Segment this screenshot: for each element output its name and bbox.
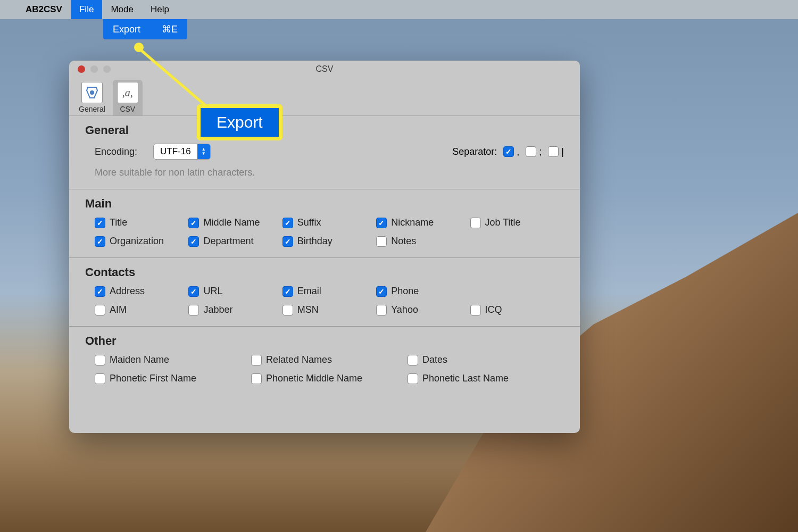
checkbox-msn[interactable]	[282, 305, 293, 315]
csv-icon: ,a,	[117, 82, 138, 103]
checkbox-label-suffix: Suffix	[297, 217, 321, 228]
checkbox-item-maiden-name: Maiden Name	[95, 354, 251, 365]
checkbox-label-title: Title	[110, 217, 127, 228]
file-menu-dropdown: Export ⌘E	[103, 19, 187, 39]
checkbox-label-msn: MSN	[297, 304, 319, 315]
section-main: Main TitleMiddle NameSuffixNicknameJob T…	[69, 189, 580, 258]
checkbox-label-phonetic-first-name: Phonetic First Name	[110, 373, 196, 384]
checkbox-item-title: Title	[95, 217, 188, 228]
checkbox-item-suffix: Suffix	[282, 217, 376, 228]
checkbox-label-maiden-name: Maiden Name	[110, 354, 169, 365]
checkbox-item-email: Email	[282, 286, 376, 297]
select-arrows-icon: ▲▼	[197, 144, 210, 160]
checkbox-notes[interactable]	[376, 236, 387, 247]
checkbox-title[interactable]	[95, 218, 105, 228]
section-title-main: Main	[85, 197, 564, 211]
menu-item-export-shortcut: ⌘E	[162, 23, 178, 35]
section-general: General Encoding: UTF-16 ▲▼ Separator: ,…	[69, 116, 580, 189]
checkbox-label-nickname: Nickname	[391, 217, 434, 228]
svg-point-1	[90, 90, 94, 95]
checkbox-label-address: Address	[110, 286, 145, 297]
menu-item-export[interactable]: Export	[113, 24, 140, 35]
checkbox-phonetic-first-name[interactable]	[95, 373, 105, 384]
checkbox-item-phonetic-middle-name: Phonetic Middle Name	[251, 373, 408, 384]
encoding-select[interactable]: UTF-16 ▲▼	[153, 144, 211, 160]
checkbox-phonetic-middle-name[interactable]	[251, 373, 262, 384]
window-title: CSV	[69, 64, 580, 74]
menubar-item-mode[interactable]: Mode	[102, 0, 142, 19]
checkbox-item-organization: Organization	[95, 236, 188, 247]
checkbox-aim[interactable]	[95, 305, 105, 315]
checkbox-dates[interactable]	[408, 355, 418, 365]
checkbox-department[interactable]	[188, 236, 199, 247]
checkbox-item-notes: Notes	[376, 236, 470, 247]
checkbox-email[interactable]	[282, 286, 293, 297]
encoding-hint: More suitable for non latin characters.	[85, 167, 564, 178]
checkbox-nickname[interactable]	[376, 218, 387, 228]
checkbox-item-aim: AIM	[95, 304, 188, 315]
section-other: Other Maiden NameRelated NamesDatesPhone…	[69, 327, 580, 395]
checkbox-item-phonetic-first-name: Phonetic First Name	[95, 373, 251, 384]
checkbox-job-title[interactable]	[470, 218, 481, 228]
toolbar-button-general[interactable]: General	[74, 80, 110, 115]
separator-pipe-symbol: |	[561, 146, 564, 157]
separator-comma-checkbox[interactable]	[503, 146, 514, 157]
toolbar: General ,a, CSV	[69, 78, 580, 116]
menubar-item-file[interactable]: File	[71, 0, 102, 19]
separator-semicolon-symbol: ;	[539, 146, 542, 157]
checkbox-url[interactable]	[188, 286, 199, 297]
checkbox-maiden-name[interactable]	[95, 355, 105, 365]
section-contacts: Contacts AddressURLEmailPhoneAIMJabberMS…	[69, 258, 580, 327]
checkbox-related-names[interactable]	[251, 355, 262, 365]
checkbox-label-phone: Phone	[391, 286, 419, 297]
annotation-dot-icon	[134, 43, 144, 52]
menubar-item-help[interactable]: Help	[142, 0, 178, 19]
checkbox-item-icq: ICQ	[470, 304, 564, 315]
checkbox-organization[interactable]	[95, 236, 105, 247]
checkbox-item-nickname: Nickname	[376, 217, 470, 228]
checkbox-item-phonetic-last-name: Phonetic Last Name	[408, 373, 564, 384]
checkbox-item-middle-name: Middle Name	[188, 217, 282, 228]
checkbox-item-jabber: Jabber	[188, 304, 282, 315]
checkbox-label-phonetic-middle-name: Phonetic Middle Name	[266, 373, 362, 384]
checkbox-birthday[interactable]	[282, 236, 293, 247]
checkbox-middle-name[interactable]	[188, 218, 199, 228]
separator-pipe-checkbox[interactable]	[548, 146, 559, 157]
checkbox-phonetic-last-name[interactable]	[408, 373, 418, 384]
toolbar-button-csv[interactable]: ,a, CSV	[113, 80, 143, 115]
section-title-contacts: Contacts	[85, 265, 564, 279]
checkbox-item-birthday: Birthday	[282, 236, 376, 247]
checkbox-icq[interactable]	[470, 305, 481, 315]
checkbox-label-icq: ICQ	[485, 304, 502, 315]
checkbox-item-address: Address	[95, 286, 188, 297]
checkbox-label-url: URL	[203, 286, 222, 297]
checkbox-address[interactable]	[95, 286, 105, 297]
checkbox-label-dates: Dates	[422, 354, 447, 365]
checkbox-label-yahoo: Yahoo	[391, 304, 418, 315]
checkbox-jabber[interactable]	[188, 305, 199, 315]
toolbar-label-csv: CSV	[120, 105, 135, 113]
checkbox-label-related-names: Related Names	[266, 354, 332, 365]
checkbox-suffix[interactable]	[282, 218, 293, 228]
toolbar-label-general: General	[79, 105, 105, 113]
checkbox-label-notes: Notes	[391, 236, 416, 247]
separator-semicolon-checkbox[interactable]	[526, 146, 536, 157]
checkbox-item-department: Department	[188, 236, 282, 247]
encoding-value: UTF-16	[154, 146, 197, 157]
checkbox-yahoo[interactable]	[376, 305, 387, 315]
encoding-label: Encoding:	[95, 146, 137, 157]
checkbox-item-msn: MSN	[282, 304, 376, 315]
section-title-general: General	[85, 123, 564, 137]
menubar-app-name[interactable]: AB2CSV	[17, 0, 71, 19]
checkbox-item-url: URL	[188, 286, 282, 297]
checkbox-label-aim: AIM	[110, 304, 127, 315]
checkbox-phone[interactable]	[376, 286, 387, 297]
separator-comma-symbol: ,	[517, 146, 519, 157]
checkbox-item-yahoo: Yahoo	[376, 304, 470, 315]
checkbox-label-department: Department	[203, 236, 253, 247]
checkbox-item-phone: Phone	[376, 286, 470, 297]
menubar: AB2CSV File Mode Help	[0, 0, 798, 19]
checkbox-item-related-names: Related Names	[251, 354, 408, 365]
section-title-other: Other	[85, 334, 564, 348]
separator-label: Separator:	[452, 146, 497, 157]
